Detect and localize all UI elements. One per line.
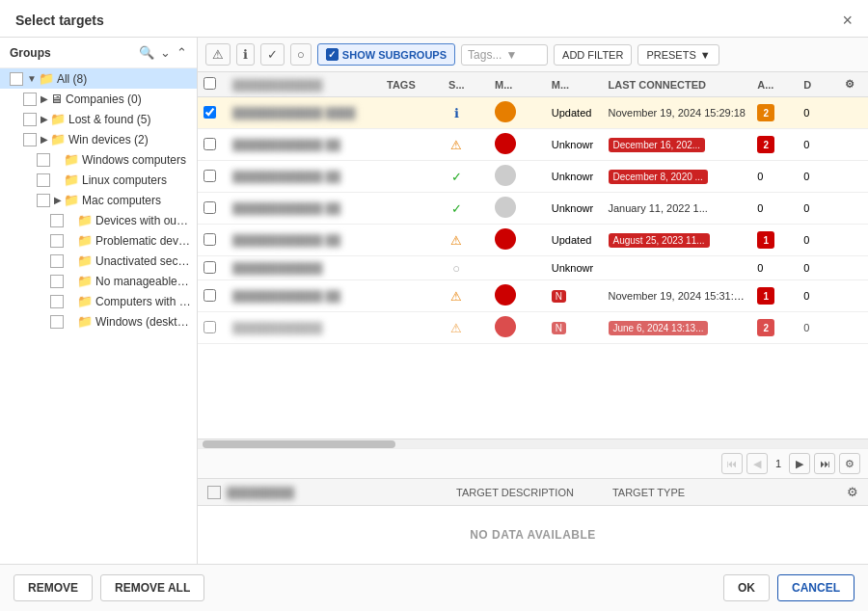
a-badge: 2 bbox=[757, 104, 774, 121]
selected-checkbox[interactable] bbox=[207, 486, 221, 499]
th-last-connected[interactable]: LAST CONNECTED bbox=[603, 72, 752, 97]
tree-checkbox[interactable] bbox=[23, 113, 37, 126]
folder-icon: 📁 bbox=[50, 112, 66, 126]
close-button[interactable]: × bbox=[842, 12, 853, 29]
sidebar-item-companies[interactable]: ▶ 🖥 Companies (0) bbox=[0, 89, 197, 109]
check-filter-btn[interactable]: ✓ bbox=[260, 43, 285, 66]
sidebar-item-label: Companies (0) bbox=[66, 93, 142, 106]
tree-checkbox[interactable] bbox=[50, 254, 64, 268]
th-m1[interactable]: M... bbox=[489, 72, 546, 97]
sidebar-item-lost[interactable]: ▶ 📁 Lost & found (5) bbox=[0, 109, 197, 129]
th-settings[interactable]: ⚙ bbox=[839, 72, 868, 97]
toggle-icon[interactable]: ▶ bbox=[41, 134, 48, 145]
cancel-button[interactable]: CANCEL bbox=[777, 574, 854, 601]
sidebar-item-all[interactable]: ▼ 📁 All (8) bbox=[0, 68, 197, 89]
th-d[interactable]: D bbox=[798, 72, 839, 97]
row-settings bbox=[839, 129, 868, 161]
page-prev-btn[interactable]: ◀ bbox=[746, 453, 768, 474]
m2-cell: N bbox=[546, 280, 603, 312]
sidebar-item-label: Windows computers bbox=[82, 153, 186, 167]
status-n-badge: N bbox=[552, 290, 566, 303]
tags-dropdown[interactable]: Tags... ▼ bbox=[461, 44, 548, 66]
status-icon: ⚠ bbox=[448, 137, 464, 152]
device-name: ████████████ ████ bbox=[232, 107, 356, 119]
sidebar-item-problematic[interactable]: ▶ 📁 Problematic devices bbox=[0, 230, 197, 251]
show-subgroups-button[interactable]: ✓ SHOW SUBGROUPS bbox=[317, 43, 455, 66]
tree-checkbox[interactable] bbox=[23, 93, 37, 106]
sidebar-item-outdated-modules[interactable]: ▶ 📁 Devices with outdated modul... bbox=[0, 210, 197, 230]
row-checkbox[interactable] bbox=[203, 138, 216, 150]
m2-cell: Updated bbox=[546, 225, 603, 256]
sidebar-item-windows-desktops[interactable]: ▶ 📁 Windows (desktops) bbox=[0, 311, 197, 332]
th-a[interactable]: A... bbox=[751, 72, 798, 97]
sidebar-item-mac[interactable]: ▶ 📁 Mac computers bbox=[0, 190, 197, 210]
status-icon: ⚠ bbox=[448, 288, 464, 304]
remove-all-button[interactable]: REMOVE ALL bbox=[100, 574, 204, 601]
tree-checkbox[interactable] bbox=[37, 173, 50, 187]
status-icon: ✓ bbox=[448, 169, 464, 184]
presets-button[interactable]: PRESETS ▼ bbox=[637, 44, 719, 66]
d-cell: 0 bbox=[798, 161, 839, 193]
row-checkbox[interactable] bbox=[203, 261, 216, 274]
tree-checkbox[interactable] bbox=[50, 214, 64, 227]
th-name[interactable]: ████████████ bbox=[227, 72, 381, 97]
th-s[interactable]: S... bbox=[443, 72, 489, 97]
toggle-icon[interactable]: ▼ bbox=[27, 73, 37, 84]
info-filter-btn[interactable]: ℹ bbox=[236, 43, 255, 66]
sidebar-item-linux[interactable]: ▶ 📁 Linux computers bbox=[0, 170, 197, 190]
toggle-icon[interactable]: ▶ bbox=[41, 93, 48, 104]
sidebar-item-no-manageable[interactable]: ▶ 📁 No manageable security proc... bbox=[0, 271, 197, 291]
last-connected-date: December 16, 202... bbox=[609, 138, 706, 152]
collapse-icon-btn[interactable]: ⌄ bbox=[160, 45, 171, 60]
page-number: 1 bbox=[772, 458, 785, 469]
tree-checkbox[interactable] bbox=[23, 133, 37, 146]
sidebar-item-win-devices[interactable]: ▶ 📁 Win devices (2) bbox=[0, 129, 197, 149]
a-cell: 0 bbox=[751, 193, 798, 225]
targets-table-container: ████████████ TAGS S... M... M... LAST CO… bbox=[198, 72, 868, 438]
expand-icon-btn[interactable]: ⌃ bbox=[176, 45, 187, 60]
row-checkbox[interactable] bbox=[203, 289, 216, 302]
scrollbar-thumb[interactable] bbox=[203, 440, 395, 448]
row-checkbox[interactable] bbox=[203, 321, 216, 333]
tree-checkbox[interactable] bbox=[50, 315, 64, 329]
page-last-btn[interactable]: ⏭ bbox=[814, 453, 835, 474]
th-tags[interactable]: TAGS bbox=[381, 72, 443, 97]
select-all-checkbox[interactable] bbox=[203, 77, 216, 90]
folder-icon: 📁 bbox=[39, 71, 54, 86]
device-name: ████████████ ██ bbox=[232, 139, 340, 150]
tree-checkbox[interactable] bbox=[50, 234, 64, 248]
tree-checkbox[interactable] bbox=[37, 194, 50, 207]
tree-checkbox[interactable] bbox=[50, 295, 64, 308]
sidebar-item-windows-computers[interactable]: ▶ 📁 Windows computers bbox=[0, 149, 197, 170]
row-checkbox[interactable] bbox=[203, 170, 216, 182]
add-filter-button[interactable]: ADD FILTER bbox=[554, 44, 632, 66]
avatar bbox=[495, 133, 516, 154]
warning-filter-btn[interactable]: ⚠ bbox=[205, 43, 231, 66]
tree-checkbox[interactable] bbox=[10, 72, 23, 86]
row-checkbox[interactable] bbox=[203, 201, 216, 214]
tree-checkbox[interactable] bbox=[37, 153, 50, 167]
toggle-icon[interactable]: ▶ bbox=[41, 114, 48, 124]
tree-checkbox[interactable] bbox=[50, 275, 64, 288]
remove-button[interactable]: REMOVE bbox=[14, 574, 93, 601]
d-cell: 0 bbox=[798, 280, 839, 312]
ok-button[interactable]: OK bbox=[723, 574, 770, 601]
page-first-btn[interactable]: ⏮ bbox=[721, 453, 743, 474]
row-settings bbox=[839, 193, 868, 225]
sidebar-item-outdated-os[interactable]: ▶ 📁 Computers with outdated ope... bbox=[0, 291, 197, 311]
selected-panel-settings-btn[interactable]: ⚙ bbox=[847, 485, 858, 499]
page-next-btn[interactable]: ▶ bbox=[789, 453, 810, 474]
toggle-icon[interactable]: ▶ bbox=[54, 195, 62, 205]
circle-filter-btn[interactable]: ○ bbox=[290, 43, 312, 66]
sidebar-item-unactivated[interactable]: ▶ 📁 Unactivated security product... bbox=[0, 251, 197, 271]
table-settings-btn[interactable]: ⚙ bbox=[839, 453, 860, 474]
row-settings bbox=[839, 97, 868, 129]
search-icon-btn[interactable]: 🔍 bbox=[139, 45, 154, 60]
row-checkbox[interactable] bbox=[203, 233, 216, 246]
row-checkbox[interactable] bbox=[203, 106, 216, 119]
horizontal-scrollbar[interactable] bbox=[198, 438, 868, 448]
d-cell: 0 bbox=[798, 97, 839, 129]
th-m2[interactable]: M... bbox=[546, 72, 603, 97]
table-row: ████████████ ⚠ N June 6, 2024 13:13... 2… bbox=[198, 312, 868, 344]
m1-cell bbox=[489, 256, 546, 280]
